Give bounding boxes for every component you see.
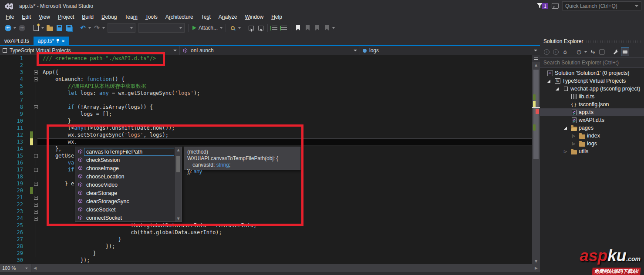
code-line-27[interactable]: 27 } xyxy=(0,236,532,243)
menu-analyze[interactable]: Analyze xyxy=(215,13,241,21)
intellisense-scrollbar[interactable]: ▲ ▼ xyxy=(175,147,182,221)
menu-window[interactable]: Window xyxy=(241,13,267,21)
intellisense-item[interactable]: canvasToTempFilePath xyxy=(75,148,175,156)
code-line-29[interactable]: 29 } xyxy=(0,250,532,257)
chevron-down-icon[interactable] xyxy=(13,27,16,30)
tree-item-pages[interactable]: pages xyxy=(540,124,644,132)
intellisense-item[interactable]: checkSession xyxy=(75,156,175,164)
undo-button[interactable]: ↶ xyxy=(78,23,88,33)
intellisense-item[interactable]: connectSocket xyxy=(75,214,175,222)
menu-edit[interactable]: Edit xyxy=(18,13,35,21)
tree-item-logs[interactable]: ▷logs xyxy=(540,140,644,148)
scrollbar-thumb[interactable] xyxy=(533,70,539,159)
intellisense-item[interactable]: closeSocket xyxy=(75,205,175,214)
collapse-box-icon[interactable] xyxy=(34,105,38,109)
preview-selected-items-toggle[interactable] xyxy=(621,47,629,56)
code-line-25[interactable]: 25 that.globalData.userInfo = res.userIn… xyxy=(0,222,532,229)
scroll-up-icon[interactable]: ▲ xyxy=(532,62,540,68)
quick-launch-input[interactable]: Quick Launch (Ctrl+Q) xyxy=(562,1,641,10)
splitter-handle[interactable] xyxy=(532,55,540,62)
solution-explorer-header[interactable]: Solution Explorer xyxy=(540,37,644,46)
scroll-up-icon[interactable]: ▲ xyxy=(177,147,179,153)
chevron-collapsed-icon[interactable]: ▷ xyxy=(570,134,577,138)
solution-explorer-search-input[interactable]: Search Solution Explorer (Ctrl+;) xyxy=(540,57,644,68)
project-dropdown[interactable]: TypeScript Virtual Projects xyxy=(0,46,180,55)
menu-debug[interactable]: Debug xyxy=(98,13,121,21)
menu-tools[interactable]: Tools xyxy=(142,13,162,21)
chevron-down-icon[interactable] xyxy=(102,27,105,30)
collapse-box-icon[interactable] xyxy=(34,196,38,200)
menu-file[interactable]: File xyxy=(2,13,18,21)
scroll-down-icon[interactable]: ▼ xyxy=(177,216,179,221)
clear-bookmarks-button[interactable] xyxy=(322,23,331,33)
intellisense-item[interactable]: clearStorageSync xyxy=(75,197,175,205)
open-file-button[interactable] xyxy=(45,23,54,33)
tree-item-utils[interactable]: ▷utils xyxy=(540,148,644,155)
chevron-expanded-icon[interactable] xyxy=(562,127,569,130)
menu-test[interactable]: Test xyxy=(197,13,215,21)
uncomment-lines-button[interactable] xyxy=(280,23,289,33)
pending-changes-filter-button[interactable]: ◷ xyxy=(575,47,583,56)
code-line-30[interactable]: 30 }); xyxy=(0,257,532,264)
collapse-all-button[interactable] xyxy=(598,47,606,56)
collapse-box-icon[interactable] xyxy=(34,154,38,158)
code-line-9[interactable]: 9 logs = []; xyxy=(0,111,532,117)
scrollbar-thumb[interactable] xyxy=(176,156,180,172)
menu-architecture[interactable]: Architecture xyxy=(162,13,197,21)
collapse-box-icon[interactable] xyxy=(34,70,38,74)
new-file-button[interactable] xyxy=(31,23,40,33)
previous-bookmark-button[interactable] xyxy=(303,23,312,33)
collapse-box-icon[interactable] xyxy=(34,217,38,221)
forward-button[interactable]: › xyxy=(552,47,560,56)
code-line-6[interactable]: 6 let logs: any = wx.getStorageSync('log… xyxy=(0,90,532,97)
code-line-4[interactable]: 4 onLaunch: function() { xyxy=(0,76,532,83)
collapse-box-icon[interactable] xyxy=(34,182,38,186)
tree-item-tsconfig-json[interactable]: {}tsconfig.json xyxy=(540,101,644,108)
chevron-expanded-icon[interactable] xyxy=(545,80,553,83)
tree-item-index[interactable]: ▷index xyxy=(540,132,644,140)
collapse-box-icon[interactable] xyxy=(34,168,38,172)
intellisense-item[interactable]: clearStorage xyxy=(75,189,175,197)
tree-item-app-ts[interactable]: app.ts xyxy=(540,108,644,116)
code-line-11[interactable]: 11 (<any[]>logs).unshift(Date.now()); xyxy=(0,124,532,131)
navigate-to-cursor-button[interactable] xyxy=(246,23,256,33)
tree-item-wxapi-d-ts[interactable]: wxAPI.d.ts xyxy=(540,116,644,124)
next-bookmark-button[interactable] xyxy=(313,23,322,33)
intellisense-item[interactable]: chooseImage xyxy=(75,164,175,172)
tab-app-ts-[interactable]: app.ts*× xyxy=(34,37,69,45)
code-line-13[interactable]: 13 wx. xyxy=(0,138,532,145)
editor-horizontal-scrollbar[interactable]: 100 % ◀ ▶ xyxy=(0,264,540,272)
tab-wxAPI-d-ts[interactable]: wxAPI.d.ts xyxy=(0,37,34,45)
debug-target-combobox[interactable] xyxy=(108,23,135,33)
back-button[interactable]: ‹ xyxy=(543,47,551,56)
code-line-5[interactable]: 5 //调用API从本地缓存中获取数据 xyxy=(0,83,532,90)
code-line-26[interactable]: 26 cb(that.globalData.userInfo); xyxy=(0,229,532,236)
menu-view[interactable]: View xyxy=(35,13,54,21)
tree-item-typescript-virtual-projects[interactable]: ⇅TypeScript Virtual Projects xyxy=(540,77,644,85)
code-line-12[interactable]: 12 wx.setStorageSync('logs', logs); xyxy=(0,131,532,138)
code-line-28[interactable]: 28 }); xyxy=(0,243,532,250)
code-line-1[interactable]: 1/// <reference path="./wxAPI.d.ts"/> xyxy=(0,55,532,62)
navigate-forward-button[interactable]: → xyxy=(17,23,27,33)
scroll-right-icon[interactable]: ▶ xyxy=(533,266,540,270)
chevron-collapsed-icon[interactable]: ▷ xyxy=(562,149,569,154)
properties-button[interactable] xyxy=(612,47,620,56)
chevron-collapsed-icon[interactable]: ▷ xyxy=(570,141,577,146)
intellisense-item[interactable]: chooseVideo xyxy=(75,181,175,189)
property-dropdown[interactable]: logs xyxy=(360,46,540,55)
chevron-down-icon[interactable] xyxy=(220,27,223,30)
notifications-button[interactable]: 1 xyxy=(536,3,548,9)
navigate-from-cursor-button[interactable] xyxy=(256,23,265,33)
solution-configurations-combobox[interactable] xyxy=(138,23,185,33)
intellisense-item[interactable]: chooseLocation xyxy=(75,172,175,181)
redo-button[interactable]: ↷ xyxy=(92,23,101,33)
scroll-left-icon[interactable]: ◀ xyxy=(31,266,39,270)
chevron-down-icon[interactable] xyxy=(584,51,587,54)
save-all-button[interactable] xyxy=(64,23,74,33)
code-line-3[interactable]: 3App({ xyxy=(0,69,532,76)
tree-item-wechat-app-tsconfig-project-[interactable]: wechat-app (tsconfig project) xyxy=(540,85,644,93)
menu-help[interactable]: Help xyxy=(267,13,286,21)
toggle-bookmark-button[interactable] xyxy=(293,23,303,33)
sync-with-active-document-button[interactable]: ⇆ xyxy=(589,47,597,56)
collapse-box-icon[interactable] xyxy=(34,77,38,81)
